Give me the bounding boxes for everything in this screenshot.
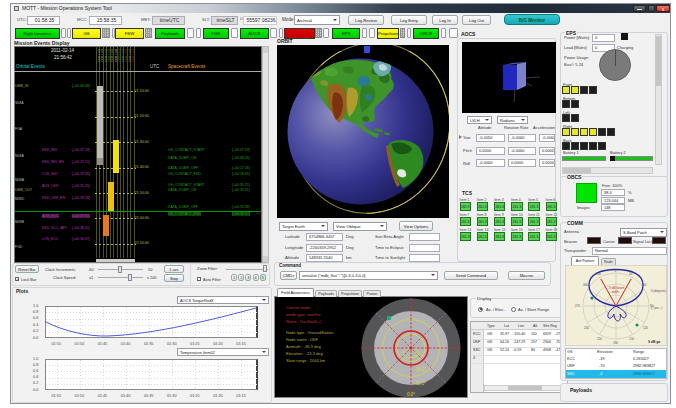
svg-text:240: 240 [584, 326, 589, 330]
svg-text:300: 300 [583, 283, 588, 287]
svg-text:180: 180 [613, 341, 618, 345]
svg-text:30: 30 [629, 272, 633, 276]
svg-text:(7 per...): (7 per...) [651, 306, 662, 310]
svg-text:0°: 0° [414, 352, 419, 357]
svg-text:-60.0°: -60.0° [414, 381, 426, 386]
svg-text:0.0°: 0.0° [407, 392, 415, 397]
svg-text:210: 210 [597, 337, 602, 341]
svg-text:150: 150 [629, 337, 634, 341]
svg-text:60: 60 [643, 283, 647, 287]
svg-text:0 (degrees): 0 (degrees) [651, 289, 666, 293]
svg-text:-30.0°: -30.0° [414, 367, 426, 372]
svg-text:270: 270 [575, 304, 580, 308]
svg-text:9 dB ga: 9 dB ga [648, 340, 660, 344]
svg-text:120: 120 [643, 326, 648, 330]
svg-text:330: 330 [596, 272, 601, 276]
svg-text:width: width [612, 290, 620, 294]
